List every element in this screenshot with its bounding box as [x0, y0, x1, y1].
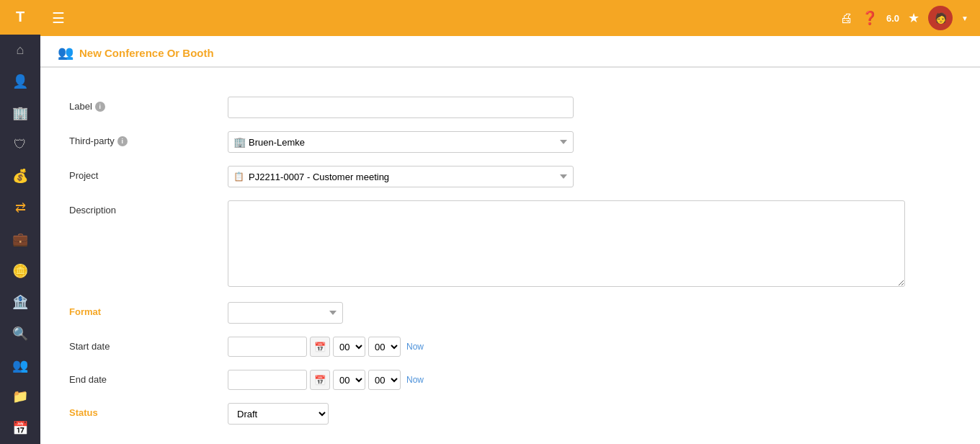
third-party-info-icon[interactable]: i — [117, 136, 128, 146]
end-date-control-wrap: 📅 00010203 04050607 08091011 12131415 16… — [228, 370, 951, 390]
topbar: ☰ 🖨 ❓ 6.0 ★ 🧑 ▼ — [40, 0, 980, 36]
project-row: Project 📋 PJ2211-0007 - Customer meeting — [69, 166, 951, 187]
start-minute-select[interactable]: 00153045 — [368, 337, 401, 357]
version-label: 6.0 — [886, 13, 899, 24]
start-date-label: Start date — [69, 337, 228, 352]
sidebar-item-home[interactable]: ⌂ — [0, 35, 40, 66]
sidebar-item-users[interactable]: 👥 — [0, 350, 40, 381]
end-date-label: End date — [69, 370, 228, 385]
sidebar-item-briefcase[interactable]: 💼 — [0, 223, 40, 255]
sidebar-item-building[interactable]: 🏢 — [0, 97, 40, 129]
page-header: 👥 New Conference Or Booth — [40, 36, 980, 67]
logo-text: T — [16, 9, 24, 25]
project-select-wrapper: 📋 PJ2211-0007 - Customer meeting — [228, 166, 574, 187]
avatar-dropdown-icon[interactable]: ▼ — [961, 14, 968, 22]
main-area: ☰ 🖨 ❓ 6.0 ★ 🧑 ▼ 👥 New Conference Or Boot… — [40, 0, 980, 444]
label-row: Label i — [69, 97, 951, 118]
description-textarea[interactable] — [228, 200, 905, 287]
status-select[interactable]: Draft Confirmed Done Cancelled — [228, 403, 329, 425]
start-date-input[interactable] — [228, 337, 307, 357]
sidebar-item-calendar[interactable]: 📅 — [0, 412, 40, 444]
page-header-icon: 👥 — [58, 45, 74, 61]
start-date-row-inner: 📅 00010203 04050607 08091011 12131415 16… — [228, 337, 951, 357]
status-label: Status — [69, 403, 228, 418]
end-date-row-inner: 📅 00010203 04050607 08091011 12131415 16… — [228, 370, 951, 390]
format-control-wrap — [228, 302, 951, 324]
status-row: Status Draft Confirmed Done Cancelled — [69, 403, 951, 425]
third-party-select-icon: 🏢 — [233, 136, 246, 148]
description-control-wrap — [228, 200, 951, 289]
third-party-control-wrap: 🏢 Bruen-Lemke — [228, 131, 951, 153]
sidebar: T ⌂ 👤 🏢 🛡 💰 ⇄ 💼 🪙 🏦 🔍 👥 📁 📅 — [0, 0, 40, 444]
start-date-control-wrap: 📅 00010203 04050607 08091011 12131415 16… — [228, 337, 951, 357]
sidebar-item-dollar[interactable]: 💰 — [0, 160, 40, 192]
third-party-select[interactable]: Bruen-Lemke — [228, 131, 574, 153]
sidebar-item-arrows[interactable]: ⇄ — [0, 192, 40, 223]
print-icon[interactable]: 🖨 — [840, 11, 853, 26]
end-date-row: End date 📅 00010203 04050607 08091011 12… — [69, 370, 951, 390]
format-select-wrapper — [228, 302, 574, 324]
hamburger-menu[interactable]: ☰ — [52, 9, 65, 27]
sidebar-item-shield[interactable]: 🛡 — [0, 129, 40, 161]
page-title: New Conference Or Booth — [79, 47, 214, 59]
sidebar-item-search[interactable]: 🔍 — [0, 318, 40, 350]
start-now-link[interactable]: Now — [406, 342, 424, 352]
description-label: Description — [69, 200, 228, 216]
end-now-link[interactable]: Now — [406, 375, 424, 385]
end-date-input[interactable] — [228, 370, 307, 390]
sidebar-item-bank[interactable]: 🏦 — [0, 286, 40, 318]
start-date-row: Start date 📅 00010203 04050607 08091011 … — [69, 337, 951, 357]
sidebar-logo: T — [0, 0, 40, 35]
project-select-icon: 📋 — [233, 172, 244, 182]
sidebar-item-folder[interactable]: 📁 — [0, 381, 40, 413]
label-control-wrap — [228, 97, 951, 118]
header-divider — [40, 67, 980, 68]
label-input[interactable] — [228, 97, 574, 118]
project-label: Project — [69, 166, 228, 181]
help-icon[interactable]: ❓ — [862, 10, 878, 26]
topbar-left: ☰ — [52, 9, 65, 27]
third-party-row: Third-party i 🏢 Bruen-Lemke — [69, 131, 951, 153]
end-minute-select[interactable]: 00153045 — [368, 370, 401, 390]
end-date-calendar-button[interactable]: 📅 — [310, 370, 330, 390]
end-hour-select[interactable]: 00010203 04050607 08091011 12131415 1617… — [333, 370, 365, 390]
label-info-icon[interactable]: i — [95, 102, 105, 112]
sidebar-item-person[interactable]: 👤 — [0, 66, 40, 97]
topbar-right: 🖨 ❓ 6.0 ★ 🧑 ▼ — [840, 6, 968, 30]
avatar[interactable]: 🧑 — [928, 6, 953, 30]
third-party-select-wrapper: 🏢 Bruen-Lemke — [228, 131, 574, 153]
format-row: Format — [69, 302, 951, 324]
avatar-icon: 🧑 — [935, 12, 947, 24]
star-icon[interactable]: ★ — [908, 10, 919, 26]
label-field-label: Label i — [69, 97, 228, 112]
content-area: 👥 New Conference Or Booth Label i Third-… — [40, 36, 980, 444]
project-control-wrap: 📋 PJ2211-0007 - Customer meeting — [228, 166, 951, 187]
format-select[interactable] — [228, 302, 343, 324]
third-party-label: Third-party i — [69, 131, 228, 146]
form-body: Label i Third-party i 🏢 Bruen-Le — [40, 82, 980, 444]
format-label: Format — [69, 302, 228, 317]
sidebar-item-coins[interactable]: 🪙 — [0, 255, 40, 287]
start-date-calendar-button[interactable]: 📅 — [310, 337, 330, 357]
status-control-wrap: Draft Confirmed Done Cancelled — [228, 403, 951, 425]
description-row: Description — [69, 200, 951, 289]
start-hour-select[interactable]: 00010203 04050607 08091011 12131415 1617… — [333, 337, 365, 357]
project-select[interactable]: PJ2211-0007 - Customer meeting — [228, 166, 574, 187]
